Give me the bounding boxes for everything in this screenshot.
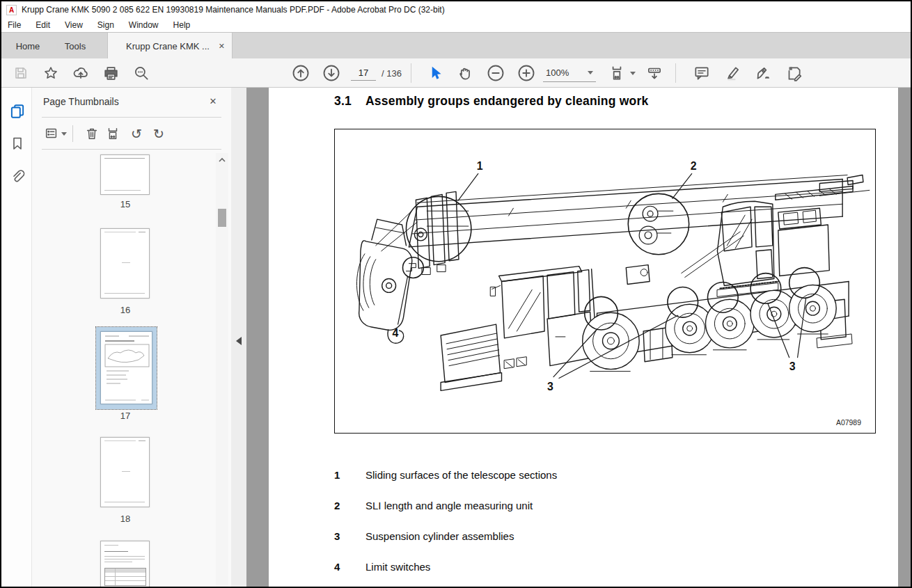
bookmarks-rail-button[interactable] [8,134,27,153]
thumbnail-label-18: 18 [91,514,160,524]
tab-home[interactable]: Home [1,33,54,59]
acrobat-app-icon: A [6,5,17,15]
zoom-level-value: 100% [546,67,569,78]
scrollbar-up-icon[interactable] [216,154,228,166]
thumbnail-page-19[interactable] [100,541,150,587]
main-toolbar: / 136 100% [1,58,911,88]
crane-technical-drawing: 1 2 4 3 3 A07989 [335,129,874,432]
callout-label-1: 1 [477,160,483,172]
menu-file[interactable]: File [8,20,21,30]
comment-tool-button[interactable] [691,62,713,84]
toolbar-divider [675,63,676,83]
callout-label-4: 4 [393,327,399,339]
thumbnails-scrollbar[interactable] [216,153,228,587]
thumbnail-page-16[interactable] [100,228,150,299]
zoom-out-button[interactable] [485,62,507,84]
rotate-counterclockwise-button[interactable]: ↺ [127,124,146,143]
navigation-rail [1,88,32,587]
menu-window[interactable]: Window [129,20,159,30]
counterweight [776,175,870,276]
panel-toolbar-divider [72,125,73,142]
page-fit-button[interactable] [606,62,628,84]
tab-document-label: Krupp Crane KMK ... [126,41,210,51]
callout-circle-2 [628,193,689,254]
tab-document[interactable]: Krupp Crane KMK ... ✕ [107,33,233,59]
fill-sign-tool-button[interactable] [752,62,774,84]
pdf-page: 3.1Assembly groups endangered by cleanin… [269,88,898,587]
page-fit-caret-icon[interactable] [630,72,636,75]
thumbnail-page-18[interactable] [100,437,150,507]
print-button[interactable] [100,62,122,84]
thumbnail-options-button[interactable] [42,124,61,143]
menu-bar: File Edit View Sign Window Help [1,18,911,32]
delete-page-button[interactable] [82,124,102,143]
thumbnail-page-17[interactable] [100,331,152,404]
window-title: Krupp Crane KMK 5090 2 085 622 EN 199308… [22,5,445,15]
lift-cylinder [682,232,744,278]
document-view: 3.1Assembly groups endangered by cleanin… [246,88,911,587]
section-number: 3.1 [334,94,365,109]
title-bar: A Krupp Crane KMK 5090 2 085 622 EN 1993… [1,1,911,18]
previous-page-button[interactable] [290,62,312,84]
star-button[interactable] [40,62,62,84]
search-button[interactable] [130,62,152,84]
panel-divider [42,149,221,150]
menu-edit[interactable]: Edit [36,20,50,30]
panel-gutter [231,88,246,587]
thumbnail-options-caret-icon[interactable] [61,132,67,136]
toolbar-divider [411,63,411,83]
legend-text: Limit switches [365,561,430,573]
page-number-input[interactable] [351,65,376,81]
page-thumbnails-panel: Page Thumbnails ✕ ↺ ↻ 15 [32,88,231,587]
menu-view[interactable]: View [65,20,83,30]
callout-circle-1 [406,196,471,261]
legend-text: Suspension cylinder assemblies [365,530,514,542]
chevron-down-icon [588,71,593,74]
main-area: Page Thumbnails ✕ ↺ ↻ 15 [1,88,911,587]
tab-tools[interactable]: Tools [54,33,96,59]
hand-tool-button[interactable] [454,62,476,84]
tab-bar: Home Tools Krupp Crane KMK ... ✕ [1,32,911,58]
highlight-tool-button[interactable] [721,62,744,84]
acrobat-window: A Krupp Crane KMK 5090 2 085 622 EN 1993… [0,0,912,588]
attachments-rail-button[interactable] [8,166,27,186]
panel-divider [42,117,221,118]
next-page-button[interactable] [320,62,343,84]
legend-number: 2 [334,500,340,511]
menu-sign[interactable]: Sign [97,20,114,30]
section-heading: 3.1Assembly groups endangered by cleanin… [334,94,648,109]
legend-text: Sliding surfaces of the telescope sectio… [365,469,557,481]
resize-pages-button[interactable] [103,124,123,143]
wheels [583,285,836,369]
tab-close-icon[interactable]: ✕ [219,40,225,51]
scroll-mode-button[interactable] [643,62,666,84]
thumbnail-page-15[interactable] [100,154,150,195]
legend-number: 3 [334,530,340,542]
carrier-cab [441,267,597,391]
save-button[interactable] [10,62,32,84]
thumbnail-label-15: 15 [91,199,160,209]
collapse-panel-icon[interactable] [233,335,244,347]
more-tools-button[interactable] [783,62,805,84]
crane-figure-frame: 1 2 4 3 3 A07989 [334,129,876,434]
callout-label-3-bottom: 3 [547,381,553,392]
figure-code: A07989 [836,419,861,427]
scrollbar-thumb[interactable] [218,209,226,227]
panel-close-icon[interactable]: ✕ [206,95,220,109]
thumbnail-label-16: 16 [91,305,160,315]
legend-text: SLI length and angle measuring unit [365,500,533,511]
legend-number: 4 [334,561,340,573]
menu-help[interactable]: Help [173,20,191,30]
share-upload-button[interactable] [70,62,92,84]
select-tool-button[interactable] [423,62,446,84]
zoom-in-button[interactable] [515,62,537,84]
zoom-level-dropdown[interactable]: 100% [543,64,596,82]
page-thumbnails-rail-button[interactable] [8,102,27,121]
rotate-clockwise-button[interactable]: ↻ [149,124,168,143]
panel-title: Page Thumbnails [43,96,119,107]
thumbnail-label-17: 17 [91,411,160,421]
legend-number: 1 [334,469,340,481]
page-count-label: / 136 [382,68,402,79]
callout-label-2: 2 [691,160,697,172]
callout-label-3-right: 3 [789,360,796,372]
